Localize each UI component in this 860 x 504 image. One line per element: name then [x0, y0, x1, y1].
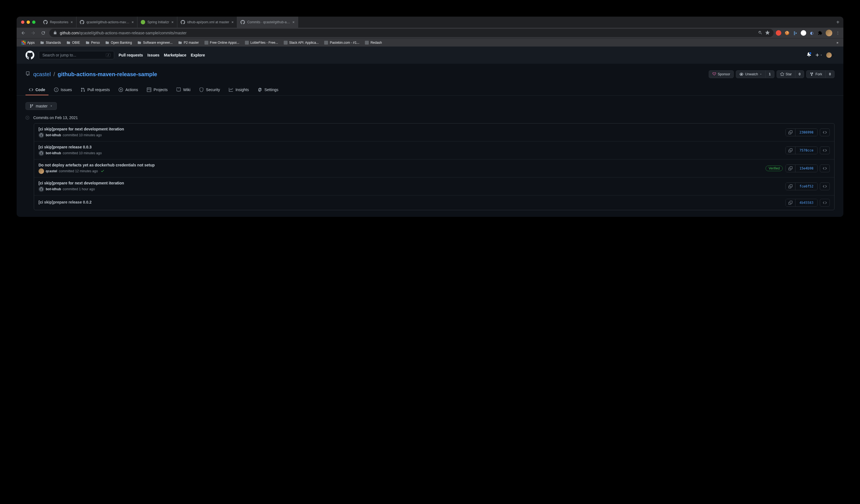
sponsor-button[interactable]: Sponsor [709, 70, 734, 78]
extension-icon[interactable] [776, 30, 781, 36]
commit-sha-link[interactable]: 7578cce [796, 147, 817, 154]
fork-button[interactable]: Fork 0 [806, 70, 834, 78]
extension-icon[interactable] [801, 30, 806, 36]
create-menu[interactable] [815, 53, 822, 57]
copy-sha-button[interactable] [786, 165, 796, 172]
tab-settings[interactable]: Settings [254, 85, 282, 95]
browse-commit-button[interactable] [820, 147, 830, 154]
new-tab-button[interactable]: + [832, 19, 843, 26]
commit-author-avatar[interactable] [39, 150, 44, 156]
check-icon[interactable] [101, 169, 104, 174]
tab-issues[interactable]: Issues [51, 85, 75, 95]
browser-tab[interactable]: Repositories× [40, 17, 76, 28]
bookmark-item[interactable]: P2 master [176, 40, 201, 46]
commit-time: committed 10 minutes ago [62, 133, 102, 137]
tab-security[interactable]: Security [196, 85, 223, 95]
repo-owner-link[interactable]: qcastel [33, 71, 51, 77]
commit-title-link[interactable]: [ci skip]prepare release 0.0.2 [39, 200, 786, 204]
bookmark-item[interactable]: Standards [38, 40, 63, 46]
github-search[interactable]: Search or jump to... / [39, 51, 114, 59]
chrome-menu-icon[interactable]: ⋮ [835, 30, 841, 36]
tab-insights[interactable]: Insights [226, 85, 252, 95]
commit-author-avatar[interactable] [39, 132, 44, 138]
nav-pull-requests[interactable]: Pull requests [118, 53, 143, 57]
bookmark-item[interactable]: LottieFiles - Free... [243, 40, 281, 46]
tab-close-button[interactable]: × [71, 20, 73, 24]
minimize-window-button[interactable] [27, 20, 30, 24]
browse-commit-button[interactable] [820, 199, 830, 207]
browser-tab[interactable]: Commits · qcastel/github-actio× [237, 17, 298, 28]
watch-button[interactable]: Unwatch 1 [736, 70, 774, 78]
tab-wiki[interactable]: Wiki [173, 85, 194, 95]
browser-tab[interactable]: idhub-api/pom.xml at master× [177, 17, 238, 28]
tab-code[interactable]: Code [26, 85, 48, 95]
commit-sha-link[interactable]: 4b45583 [796, 199, 817, 206]
commit-author-link[interactable]: bot-idhub [46, 133, 61, 137]
commit-title-link[interactable]: [ci skip]prepare for next development it… [39, 181, 786, 185]
bookmark-item[interactable]: Pastebin.com - #1... [322, 40, 361, 46]
profile-avatar[interactable] [826, 30, 832, 36]
tab-close-button[interactable]: × [172, 20, 174, 24]
branch-select[interactable]: master [26, 102, 57, 110]
tab-close-button[interactable]: × [231, 20, 233, 24]
commit-sha-link[interactable]: 15e4b98 [796, 165, 817, 172]
commit-title-link[interactable]: Do not deploy artefacts yet as dockerhub… [39, 163, 765, 167]
copy-sha-button[interactable] [786, 199, 796, 206]
extension-icon[interactable]: ◐ [809, 30, 815, 36]
tab-pull-requests[interactable]: Pull requests [77, 85, 113, 95]
address-bar[interactable]: github.com/qcastel/github-actions-maven-… [49, 29, 774, 37]
commit-author-avatar[interactable] [39, 168, 44, 174]
commit-title-link[interactable]: [ci skip]prepare for next development it… [39, 127, 786, 131]
star-icon[interactable] [765, 30, 770, 36]
repo-name-link[interactable]: github-actions-maven-release-sample [58, 71, 157, 77]
bookmark-item[interactable]: Software engineer... [135, 40, 175, 46]
browser-tab[interactable]: Spring Initializr× [138, 17, 177, 28]
user-menu[interactable] [826, 52, 834, 58]
tab-close-button[interactable]: × [132, 20, 134, 24]
bookmark-item[interactable]: Open Banking [103, 40, 134, 46]
bookmark-item[interactable]: Slack API: Applica... [282, 40, 321, 46]
browse-commit-button[interactable] [820, 164, 830, 172]
commit-author-link[interactable]: bot-idhub [46, 151, 61, 155]
bookmark-item[interactable]: Apps [19, 40, 37, 46]
browse-commit-button[interactable] [820, 129, 830, 136]
close-window-button[interactable] [21, 20, 24, 24]
star-count[interactable]: 0 [795, 71, 804, 78]
forward-button[interactable] [29, 29, 37, 37]
extension-icon[interactable]: 🍪 [784, 30, 790, 36]
commit-author-link[interactable]: bot-idhub [46, 187, 61, 191]
maximize-window-button[interactable] [32, 20, 35, 24]
reload-button[interactable] [39, 29, 47, 37]
extensions-menu-icon[interactable] [817, 30, 823, 36]
copy-sha-button[interactable] [786, 147, 796, 154]
extension-icon[interactable]: ‖▪ [792, 30, 798, 36]
commit-sha-link[interactable]: 2386998 [796, 129, 817, 136]
tab-actions[interactable]: Actions [115, 85, 141, 95]
watch-count[interactable]: 1 [765, 71, 774, 78]
notifications-button[interactable] [807, 52, 811, 58]
nav-marketplace[interactable]: Marketplace [164, 53, 186, 57]
commit-sha-link[interactable]: fce6f52 [796, 183, 817, 190]
commit-author-link[interactable]: qcastel [46, 169, 57, 173]
bookmark-item[interactable]: Perso [83, 40, 102, 46]
copy-sha-button[interactable] [786, 129, 796, 136]
verified-badge[interactable]: Verified [765, 166, 783, 171]
star-button[interactable]: Star 0 [777, 70, 804, 78]
browser-tab[interactable]: qcastel/github-actions-maven× [76, 17, 138, 28]
nav-issues[interactable]: Issues [147, 53, 160, 57]
commit-author-avatar[interactable] [39, 187, 44, 192]
bookmark-item[interactable]: Redash [363, 40, 384, 46]
bookmarks-overflow[interactable]: » [834, 40, 841, 46]
commit-title-link[interactable]: [ci skip]prepare release 0.0.3 [39, 145, 786, 149]
nav-explore[interactable]: Explore [191, 53, 205, 57]
bookmark-item[interactable]: OBIE [64, 40, 82, 46]
bookmark-item[interactable]: Free Online Appoi... [202, 40, 242, 46]
tab-projects[interactable]: Projects [144, 85, 171, 95]
fork-count[interactable]: 0 [826, 71, 834, 78]
copy-sha-button[interactable] [786, 183, 796, 190]
github-logo[interactable] [26, 51, 34, 60]
back-button[interactable] [19, 29, 27, 37]
browse-commit-button[interactable] [820, 182, 830, 190]
search-icon[interactable] [758, 30, 762, 36]
tab-close-button[interactable]: × [292, 20, 295, 24]
